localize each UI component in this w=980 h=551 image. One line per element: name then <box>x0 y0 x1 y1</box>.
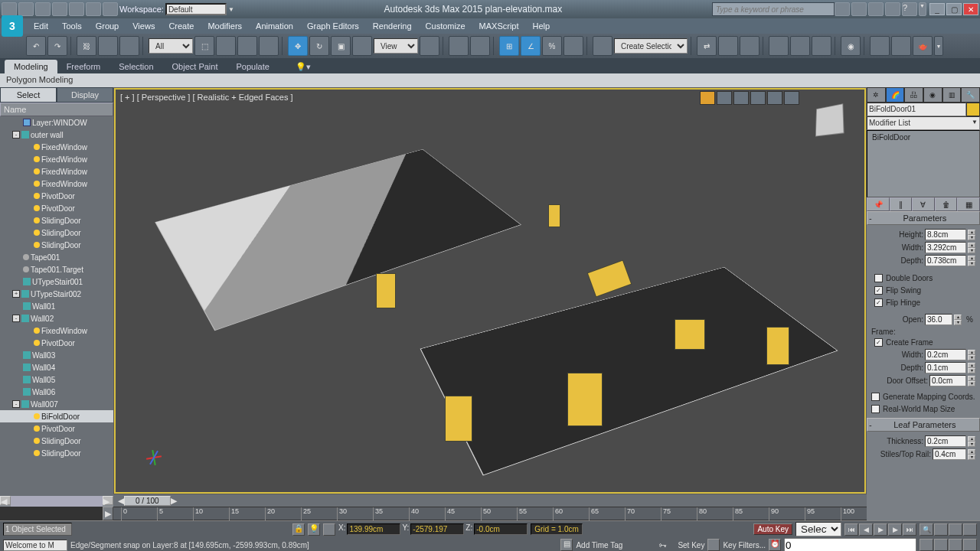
setkey-button[interactable]: Set Key <box>678 541 704 549</box>
anim-goto-start-icon[interactable]: ⏮ <box>844 523 858 536</box>
stack-remove-icon[interactable]: 🗑 <box>935 197 958 211</box>
app-menu-button[interactable] <box>2 2 17 16</box>
viewport-tool-5-icon[interactable] <box>784 91 799 105</box>
select-region-icon[interactable] <box>237 36 257 56</box>
modifier-list-dropdown[interactable]: Modifier List ▼ <box>867 116 980 130</box>
viewport-shading-icon[interactable] <box>700 91 715 105</box>
render-setup-icon[interactable] <box>870 36 890 56</box>
menu-group[interactable]: Group <box>90 20 126 32</box>
tree-item[interactable]: FixedWindow <box>0 153 113 165</box>
ref-coord-dropdown[interactable]: View <box>374 38 418 54</box>
tree-item[interactable]: FixedWindow <box>0 165 113 178</box>
tree-item[interactable]: -Wall007 <box>0 398 113 410</box>
viewport-tool-3-icon[interactable] <box>750 91 766 105</box>
door-offset-spinner[interactable]: ▴▾ <box>968 376 975 386</box>
modifier-stack[interactable]: BiFoldDoor <box>867 130 980 197</box>
exchange-icon[interactable] <box>868 2 884 16</box>
timeconfig-icon[interactable]: ⏰ <box>769 539 781 551</box>
rollout-leaf-header[interactable]: -Leaf Parameters <box>867 418 980 432</box>
tree-item[interactable]: SlidingDoor <box>0 435 113 447</box>
tree-toggle-icon[interactable]: - <box>12 315 20 322</box>
explorer-expand-icon[interactable]: ▶ <box>103 507 113 520</box>
curve-editor-icon[interactable] <box>790 36 810 56</box>
select-scale-icon[interactable]: ▣ <box>331 36 351 56</box>
manipulate-icon[interactable] <box>449 36 469 56</box>
infocenter-search-icon[interactable] <box>835 2 850 16</box>
tree-item[interactable]: Wall03 <box>0 349 113 361</box>
rollout-parameters-header[interactable]: -Parameters <box>867 211 980 225</box>
ribbon-tab-populate[interactable]: Populate <box>227 60 278 73</box>
snap-angle-icon[interactable]: ∠ <box>521 36 541 56</box>
pivot-center-icon[interactable] <box>420 36 439 56</box>
ribbon-tab-selection[interactable]: Selection <box>109 60 162 73</box>
help-icon[interactable]: ? <box>902 2 917 16</box>
stack-unique-icon[interactable]: ∀ <box>912 197 935 211</box>
anim-play-icon[interactable]: ▶ <box>874 523 887 536</box>
snap-percent-icon[interactable]: % <box>542 36 562 56</box>
ribbon-tab-freeform[interactable]: Freeform <box>57 60 110 73</box>
favorites-icon[interactable] <box>885 2 900 16</box>
key-filters-button[interactable]: Key Filters... <box>723 541 766 549</box>
menu-maxscript[interactable]: MAXScript <box>473 20 525 32</box>
rendered-frame-icon[interactable] <box>891 36 911 56</box>
window-crossing-icon[interactable] <box>259 36 279 56</box>
select-place-icon[interactable] <box>352 36 372 56</box>
menu-customize[interactable]: Customize <box>420 20 472 32</box>
coord-y-field[interactable]: -2579.197 <box>410 523 464 535</box>
qat-open-icon[interactable] <box>35 2 51 16</box>
tree-item[interactable]: UTypeStair001 <box>0 276 113 288</box>
render-dropdown-icon[interactable]: ▼ <box>934 36 943 56</box>
subscription-icon[interactable] <box>851 2 867 16</box>
tree-item[interactable]: SlidingDoor <box>0 227 113 239</box>
tree-item[interactable]: PivotDoor <box>0 202 113 214</box>
double-doors-checkbox[interactable] <box>874 274 883 282</box>
select-by-name-icon[interactable] <box>216 36 236 56</box>
nav-zoom-icon[interactable]: 🔍 <box>920 523 933 536</box>
material-editor-icon[interactable]: ◉ <box>841 36 861 56</box>
lock-selection-icon[interactable]: 🔒 <box>292 523 305 536</box>
menu-create[interactable]: Create <box>162 20 200 32</box>
anim-next-frame-icon[interactable]: ▶ <box>888 523 902 536</box>
depth-spinner[interactable]: ▴▾ <box>968 256 975 266</box>
width-spinner[interactable]: ▴▾ <box>968 243 975 253</box>
nav-zoom-extents-all-icon[interactable] <box>963 523 977 536</box>
tree-item[interactable]: Layer:WINDOW <box>0 116 113 129</box>
current-frame-field[interactable] <box>784 538 916 552</box>
menu-help[interactable]: Help <box>527 20 557 32</box>
viewport-perspective[interactable]: [ + ] [ Perspective ] [ Realistic + Edge… <box>114 88 866 494</box>
viewport-tool-1-icon[interactable] <box>717 91 732 105</box>
workspace-chevron-icon[interactable]: ▼ <box>228 6 234 13</box>
tree-toggle-icon[interactable]: + <box>12 290 20 298</box>
tree-toggle-icon[interactable]: - <box>12 131 20 139</box>
tree-item[interactable]: SlidingDoor <box>0 447 113 459</box>
named-selection-dropdown[interactable]: Create Selection Set <box>614 38 688 54</box>
coord-x-field[interactable]: 139.99cm <box>347 523 400 535</box>
stack-show-end-icon[interactable]: ‖ <box>890 197 913 211</box>
minimize-button[interactable]: _ <box>929 3 945 15</box>
menu-rendering[interactable]: Rendering <box>367 20 418 32</box>
stack-pin-icon[interactable]: 📌 <box>867 197 890 211</box>
tree-item[interactable]: +UTypeStair002 <box>0 288 113 300</box>
flip-hinge-checkbox[interactable]: ✓ <box>874 298 883 307</box>
cmd-tab-create-icon[interactable]: ✲ <box>867 87 886 103</box>
qat-new-icon[interactable] <box>18 2 34 16</box>
keyboard-shortcut-icon[interactable] <box>470 36 490 56</box>
qat-save-icon[interactable] <box>52 2 67 16</box>
create-frame-checkbox[interactable]: ✓ <box>874 338 883 347</box>
viewcube[interactable] <box>806 97 852 143</box>
tree-item[interactable]: Wall06 <box>0 386 113 398</box>
frame-width-field[interactable]: 0.2cm <box>925 349 966 360</box>
toggle-ribbon-icon[interactable] <box>769 36 789 56</box>
hscroll-right-icon[interactable]: ▶ <box>103 496 113 505</box>
help-dropdown-icon[interactable]: ▼ <box>919 2 926 16</box>
bind-spacewarp-icon[interactable] <box>119 36 139 56</box>
open-spinner[interactable]: ▴▾ <box>954 315 962 325</box>
nav-zoom-all-icon[interactable] <box>934 523 948 536</box>
coord-z-field[interactable]: -0.0cm <box>474 523 528 535</box>
flip-swing-checkbox[interactable]: ✓ <box>874 286 883 295</box>
unlink-icon[interactable] <box>98 36 118 56</box>
redo-icon[interactable]: ↷ <box>47 36 67 56</box>
tree-item[interactable]: SlidingDoor <box>0 214 113 227</box>
gen-mapping-checkbox[interactable] <box>871 393 880 401</box>
anim-goto-end-icon[interactable]: ⏭ <box>903 523 916 536</box>
